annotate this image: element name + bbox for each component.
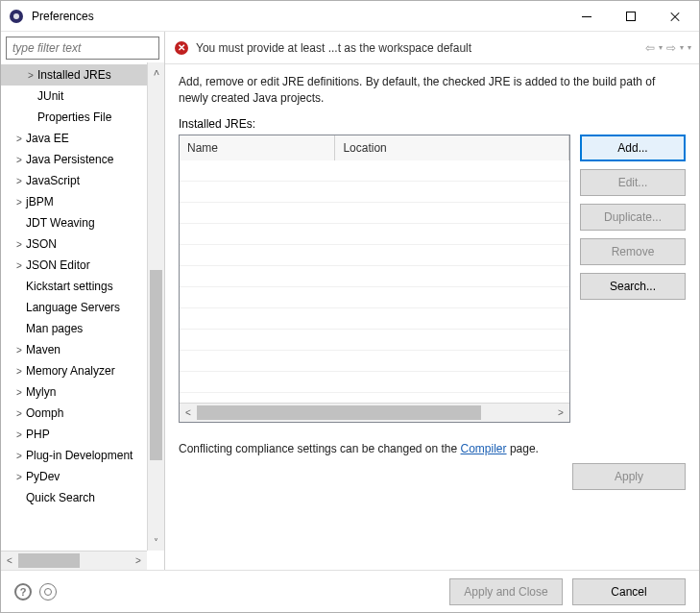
tree-item[interactable]: JUnit	[1, 86, 147, 107]
scroll-down-icon[interactable]: ˅	[148, 533, 164, 551]
search-button[interactable]: Search...	[580, 273, 686, 300]
installed-jres-label: Installed JREs:	[179, 117, 686, 131]
nav-forward-menu-icon[interactable]: ▾	[680, 43, 684, 52]
tree-item[interactable]: >JSON	[1, 233, 147, 255]
tree-item[interactable]: >Plug-in Development	[1, 445, 147, 466]
view-menu-icon[interactable]: ▾	[688, 43, 691, 52]
tree-item[interactable]: >PHP	[1, 424, 147, 445]
compliance-suffix: page.	[507, 442, 539, 455]
tree-item[interactable]: >JSON Editor	[1, 255, 147, 276]
scroll-up-icon[interactable]: ʌ	[148, 62, 164, 80]
scroll-right-icon[interactable]: >	[552, 404, 569, 422]
table-hscrollbar[interactable]: < >	[180, 403, 569, 422]
column-header-name[interactable]: Name	[180, 135, 335, 160]
tree-twisty-icon[interactable]: >	[12, 155, 26, 165]
compliance-text: Conflicting compliance settings can be c…	[179, 442, 686, 455]
window-title: Preferences	[32, 10, 565, 23]
tree-item[interactable]: Language Servers	[1, 297, 147, 318]
import-export-button[interactable]	[39, 583, 57, 601]
error-message: You must provide at least ...t as the wo…	[196, 41, 638, 55]
jre-table-body	[180, 160, 569, 403]
tree-item[interactable]: >jBPM	[1, 191, 147, 212]
tree-item-label: JavaScript	[26, 174, 80, 187]
preference-tree: >Installed JREsJUnitProperties File>Java…	[1, 62, 147, 508]
tree-item-label: Installed JREs	[37, 68, 111, 82]
tree-item[interactable]: Kickstart settings	[1, 276, 147, 297]
tree-twisty-icon[interactable]: >	[12, 345, 26, 356]
cancel-button[interactable]: Cancel	[572, 578, 686, 605]
tree-item[interactable]: Properties File	[1, 107, 147, 128]
tree-item[interactable]: >Oomph	[1, 403, 147, 424]
close-button[interactable]	[653, 2, 697, 31]
tree-item[interactable]: >PyDev	[1, 466, 147, 487]
vscroll-thumb[interactable]	[150, 270, 162, 460]
header-banner: ✕ You must provide at least ...t as the …	[165, 32, 699, 64]
nav-back-menu-icon[interactable]: ▾	[659, 43, 663, 52]
right-pane: ✕ You must provide at least ...t as the …	[165, 32, 699, 570]
table-hscroll-thumb[interactable]	[197, 405, 481, 420]
tree-twisty-icon[interactable]: >	[12, 239, 26, 250]
tree-item-label: Quick Search	[26, 491, 95, 504]
tree-twisty-icon[interactable]: >	[12, 134, 26, 144]
filter-input[interactable]	[6, 37, 159, 60]
scroll-left-icon[interactable]: <	[180, 404, 197, 422]
tree-twisty-icon[interactable]: >	[12, 408, 26, 419]
tree-item[interactable]: JDT Weaving	[1, 212, 147, 233]
table-row	[180, 330, 569, 351]
compiler-link[interactable]: Compiler	[461, 442, 507, 455]
tree-item-label: Java EE	[26, 132, 69, 145]
tree-hscrollbar[interactable]: < >	[1, 551, 147, 570]
hscroll-thumb[interactable]	[18, 553, 80, 568]
page-description: Add, remove or edit JRE definitions. By …	[179, 74, 686, 108]
scroll-right-icon[interactable]: >	[130, 552, 147, 570]
tree-item-label: JSON Editor	[26, 258, 90, 272]
tree-twisty-icon[interactable]: >	[24, 70, 37, 81]
app-icon	[9, 9, 24, 24]
tree-item[interactable]: Quick Search	[1, 487, 147, 508]
tree-item-label: Java Persistence	[26, 153, 113, 166]
table-row	[180, 224, 569, 245]
nav-back-icon[interactable]: ⇦	[645, 41, 655, 55]
tree-twisty-icon[interactable]: >	[12, 197, 26, 208]
tree-item[interactable]: >Maven	[1, 339, 147, 360]
tree-item[interactable]: Man pages	[1, 318, 147, 339]
jre-table[interactable]: Name Location	[179, 135, 570, 423]
tree-twisty-icon[interactable]: >	[12, 176, 26, 186]
tree-item[interactable]: >Mylyn	[1, 381, 147, 403]
tree-item[interactable]: >Memory Analyzer	[1, 360, 147, 381]
tree-item-label: JDT Weaving	[26, 216, 95, 230]
tree-item-label: Oomph	[26, 406, 63, 420]
tree-twisty-icon[interactable]: >	[12, 451, 26, 461]
maximize-button[interactable]	[609, 2, 653, 31]
error-icon: ✕	[175, 41, 188, 55]
edit-button: Edit...	[580, 169, 686, 196]
scroll-left-icon[interactable]: <	[1, 552, 18, 570]
tree-twisty-icon[interactable]: >	[12, 366, 26, 377]
tree-twisty-icon[interactable]: >	[12, 472, 26, 482]
tree-item[interactable]: >Installed JREs	[1, 64, 147, 86]
tree-twisty-icon[interactable]: >	[12, 429, 26, 440]
left-pane: >Installed JREsJUnitProperties File>Java…	[1, 32, 165, 570]
table-row	[180, 287, 569, 308]
column-header-location[interactable]: Location	[335, 135, 569, 160]
tree-item-label: Mylyn	[26, 385, 56, 399]
tree-item-label: PyDev	[26, 470, 60, 483]
tree-item[interactable]: >Java EE	[1, 128, 147, 149]
table-row	[180, 160, 569, 182]
tree-twisty-icon[interactable]: >	[12, 387, 26, 398]
tree-item[interactable]: >JavaScript	[1, 170, 147, 191]
duplicate-button: Duplicate...	[580, 204, 686, 231]
add-button[interactable]: Add...	[580, 135, 686, 161]
table-row	[180, 203, 569, 224]
nav-forward-icon[interactable]: ⇨	[666, 41, 676, 55]
table-row	[180, 245, 569, 266]
tree-twisty-icon[interactable]: >	[12, 260, 26, 271]
table-row	[180, 372, 569, 393]
tree-item-label: Man pages	[26, 322, 83, 335]
tree-item[interactable]: >Java Persistence	[1, 149, 147, 170]
minimize-button[interactable]	[565, 2, 609, 31]
tree-item-label: Language Servers	[26, 301, 120, 314]
table-row	[180, 182, 569, 203]
help-button[interactable]: ?	[14, 583, 32, 601]
tree-vscrollbar[interactable]: ʌ ˅	[147, 62, 164, 551]
